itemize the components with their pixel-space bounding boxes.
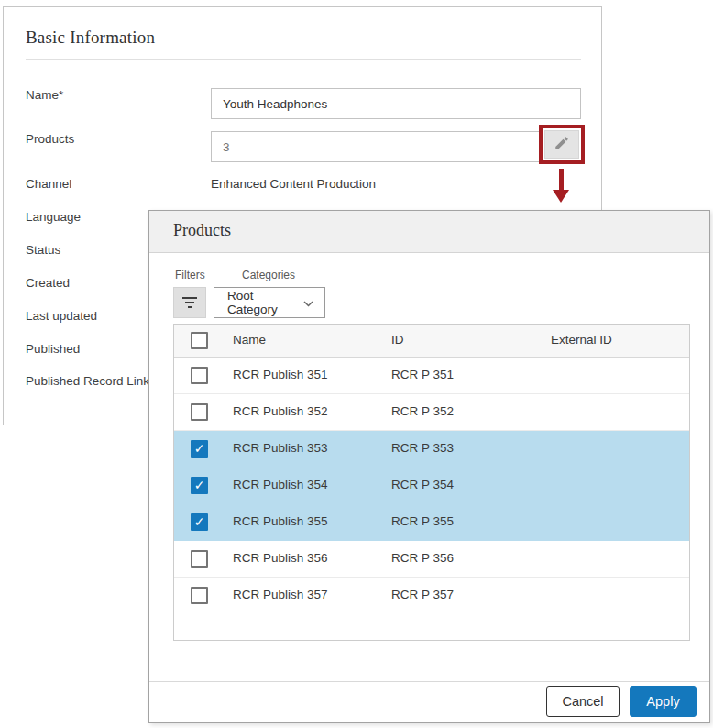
table-body: RCR Publish 351 RCR P 351 RCR Publish 35… [174,358,689,614]
products-label: Products [26,130,74,149]
row-name: RCR Publish 351 [233,368,328,381]
table-header-row: Name ID External ID [174,325,689,358]
table-row[interactable]: RCR Publish 356 RCR P 356 [174,541,689,578]
categories-label: Categories [242,269,295,281]
annotation-arrow-head [553,190,569,203]
created-label: Created [26,274,70,292]
row-checkbox[interactable] [191,587,208,604]
row-name: RCR Publish 355 [233,514,328,528]
column-header-name: Name [233,333,266,347]
filter-button[interactable] [173,287,206,318]
categories-selected-value: Root Category [227,289,303,316]
row-checkbox[interactable] [191,403,208,421]
language-label: Language [26,208,81,226]
categories-select[interactable]: Root Category [214,287,325,318]
select-all-checkbox[interactable] [191,332,208,349]
row-id: RCR P 352 [391,404,454,418]
card-divider [26,59,581,60]
channel-label: Channel [26,175,71,193]
row-name: RCR Publish 353 [233,441,328,455]
row-checkbox[interactable] [191,440,208,458]
row-id: RCR P 357 [391,588,454,601]
name-input[interactable] [211,88,581,119]
row-name: RCR Publish 356 [233,551,328,565]
name-label: Name* [26,86,63,105]
chevron-down-icon [303,294,313,311]
row-name: RCR Publish 352 [233,404,328,418]
products-modal: Products Filters Categories Root Categor… [148,210,710,723]
row-id: RCR P 351 [391,368,454,381]
filters-label: Filters [175,269,205,281]
published-record-link-label: Published Record Link [26,372,149,391]
modal-header: Products [149,211,709,253]
last-updated-label: Last updated [26,307,97,325]
row-name: RCR Publish 354 [233,478,328,491]
card-title: Basic Information [26,28,155,48]
column-header-external-id: External ID [551,333,612,347]
table-row[interactable]: RCR Publish 351 RCR P 351 [174,358,689,394]
products-table: Name ID External ID RCR Publish 351 RCR … [173,324,690,641]
annotation-arrow-shaft [559,169,564,192]
table-row[interactable]: RCR Publish 354 RCR P 354 [174,468,689,504]
edit-products-highlight-box [539,125,585,164]
status-label: Status [26,241,60,259]
row-checkbox[interactable] [191,550,208,568]
modal-title: Products [173,221,231,240]
row-name: RCR Publish 357 [233,588,328,601]
pencil-icon [554,135,570,154]
channel-value: Enhanced Content Production [211,175,376,193]
table-row[interactable]: RCR Publish 353 RCR P 353 [174,431,689,468]
edit-products-button[interactable] [544,130,579,159]
row-checkbox[interactable] [191,477,208,494]
row-id: RCR P 355 [391,514,454,528]
footer-divider [149,681,709,682]
apply-button[interactable]: Apply [630,686,697,717]
row-id: RCR P 354 [391,478,454,491]
row-checkbox[interactable] [191,367,208,384]
table-row[interactable]: RCR Publish 357 RCR P 357 [174,578,689,614]
filter-icon [182,297,197,308]
row-id: RCR P 356 [391,551,454,565]
table-row[interactable]: RCR Publish 355 RCR P 355 [174,504,689,541]
row-checkbox[interactable] [191,513,208,531]
cancel-button[interactable]: Cancel [546,686,620,717]
published-label: Published [26,340,80,358]
products-count-input[interactable] [211,131,541,162]
column-header-id: ID [391,333,404,347]
table-row[interactable]: RCR Publish 352 RCR P 352 [174,394,689,431]
row-id: RCR P 353 [391,441,454,455]
